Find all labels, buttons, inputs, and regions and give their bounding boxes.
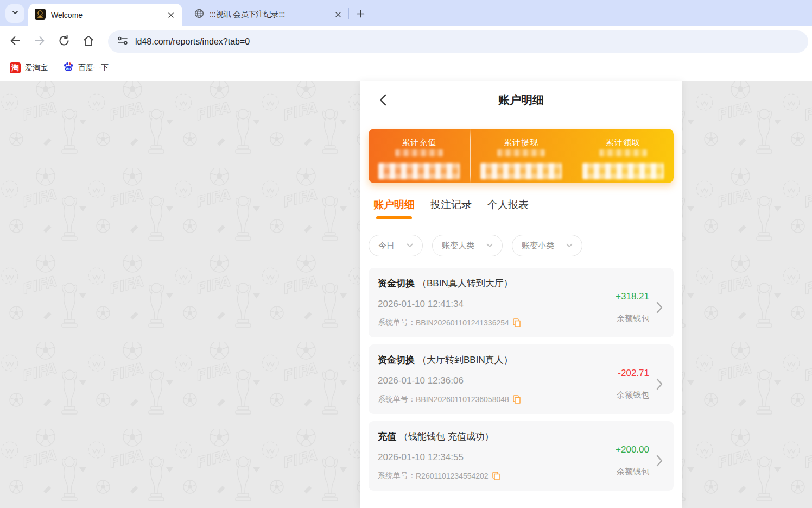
bookmarks-bar: 淘 爱淘宝 du 百度一下 bbox=[0, 54, 812, 81]
divider bbox=[360, 260, 682, 260]
bookmark-label: 百度一下 bbox=[78, 63, 109, 73]
wallet-type: 余额钱包 bbox=[617, 467, 649, 477]
masked-value-blur bbox=[378, 163, 460, 179]
chevron-down-icon bbox=[566, 243, 573, 248]
filter-label: 今日 bbox=[378, 241, 395, 251]
summary-label: 累计领取 bbox=[606, 137, 640, 148]
filter-label: 账变小类 bbox=[522, 241, 554, 251]
taobao-icon: 淘 bbox=[10, 62, 21, 73]
chevron-right-icon bbox=[656, 378, 663, 390]
tab-personal-report[interactable]: 个人报表 bbox=[487, 198, 529, 219]
panel-header: 账户明细 bbox=[360, 81, 682, 118]
summary-label: 累计充值 bbox=[402, 137, 436, 148]
transaction-row[interactable]: 资金切换 （大厅转到BBIN真人） 2026-01-10 12:36:06 系统… bbox=[369, 344, 674, 414]
summary-total-claimed: 累计领取 bbox=[572, 129, 674, 183]
summary-total-deposit: 累计充值 bbox=[369, 129, 470, 183]
date-filter-dropdown[interactable]: 今日 bbox=[369, 235, 423, 256]
masked-value-blur bbox=[582, 163, 664, 179]
filter-label: 账变大类 bbox=[442, 241, 474, 251]
svg-text:du: du bbox=[66, 66, 71, 70]
masked-value-blur bbox=[497, 149, 545, 156]
close-tab-icon[interactable] bbox=[166, 10, 176, 20]
browser-tab-records[interactable]: :::视讯 会员下注纪录::: bbox=[191, 7, 346, 23]
transaction-row[interactable]: 充值 （钱能钱包 充值成功） 2026-01-10 12:34:55 系统单号：… bbox=[369, 421, 674, 491]
minor-category-dropdown[interactable]: 账变小类 bbox=[512, 235, 582, 256]
chevron-down-icon bbox=[407, 243, 413, 248]
bookmark-baidu[interactable]: du 百度一下 bbox=[63, 61, 109, 74]
transaction-type: 资金切换 bbox=[378, 277, 415, 290]
order-number: BBIN202601101241336254 bbox=[416, 318, 509, 327]
tab-label: 账户明细 bbox=[373, 199, 415, 210]
bookmark-label: 爱淘宝 bbox=[25, 63, 48, 73]
report-tabs: 账户明细 投注记录 个人报表 bbox=[373, 198, 544, 219]
amount: -202.71 bbox=[618, 368, 649, 379]
order-number: BBIN202601101236058048 bbox=[416, 395, 509, 404]
home-button[interactable] bbox=[81, 34, 96, 48]
amount: +318.21 bbox=[616, 291, 649, 302]
new-tab-button[interactable] bbox=[353, 6, 368, 21]
close-tab-icon[interactable] bbox=[333, 10, 343, 20]
order-label: 系统单号： bbox=[378, 318, 416, 328]
forward-nav-button[interactable] bbox=[33, 34, 47, 48]
chevron-right-icon bbox=[656, 455, 663, 467]
baidu-paw-icon: du bbox=[63, 61, 74, 74]
summary-card: 累计充值 累计提现 累计领取 bbox=[369, 129, 674, 183]
transaction-note: （BBIN真人转到大厅） bbox=[417, 277, 513, 290]
chevron-down-icon bbox=[11, 9, 19, 18]
chevron-right-icon bbox=[656, 302, 663, 313]
url-text[interactable]: ld48.com/reports/index?tab=0 bbox=[135, 37, 250, 47]
amount: +200.00 bbox=[616, 444, 649, 455]
tab-account-detail[interactable]: 账户明细 bbox=[373, 198, 415, 219]
wallet-type: 余额钱包 bbox=[617, 390, 649, 400]
transaction-time: 2026-01-10 12:34:55 bbox=[378, 452, 616, 463]
account-detail-panel: 账户明细 累计充值 累计提现 累计领取 账户明细 bbox=[360, 81, 682, 508]
masked-value-blur bbox=[395, 149, 443, 156]
web-page: FIFA bbox=[0, 81, 812, 508]
masked-value-blur bbox=[599, 149, 647, 156]
back-nav-button[interactable] bbox=[8, 34, 22, 48]
tab-label: 投注记录 bbox=[430, 199, 472, 210]
active-tab-underline bbox=[376, 216, 412, 219]
transaction-time: 2026-01-10 12:41:34 bbox=[378, 299, 616, 310]
transaction-note: （大厅转到BBIN真人） bbox=[417, 354, 513, 366]
tab-bet-records[interactable]: 投注记录 bbox=[430, 198, 472, 219]
transaction-list: 资金切换 （BBIN真人转到大厅） 2026-01-10 12:41:34 系统… bbox=[369, 268, 674, 491]
address-bar[interactable]: ld48.com/reports/index?tab=0 bbox=[108, 30, 808, 53]
welcome-favicon bbox=[35, 9, 46, 22]
copy-icon[interactable] bbox=[513, 318, 521, 327]
masked-value-blur bbox=[480, 163, 562, 179]
copy-icon[interactable] bbox=[513, 395, 521, 404]
wallet-type: 余额钱包 bbox=[617, 313, 649, 324]
browser-toolbar: ld48.com/reports/index?tab=0 bbox=[0, 26, 812, 54]
chevron-down-icon bbox=[486, 243, 493, 248]
tab-title: Welcome bbox=[51, 11, 166, 20]
tab-separator bbox=[348, 8, 349, 19]
reload-button[interactable] bbox=[57, 34, 71, 48]
globe-icon bbox=[194, 9, 204, 21]
order-label: 系统单号： bbox=[378, 394, 416, 404]
site-settings-icon[interactable] bbox=[117, 35, 129, 49]
bookmark-taobao[interactable]: 淘 爱淘宝 bbox=[10, 62, 48, 73]
tab-label: 个人报表 bbox=[487, 199, 529, 210]
transaction-time: 2026-01-10 12:36:06 bbox=[378, 375, 617, 386]
order-label: 系统单号： bbox=[378, 471, 416, 481]
major-category-dropdown[interactable]: 账变大类 bbox=[432, 235, 503, 256]
transaction-type: 充值 bbox=[378, 430, 396, 443]
filter-row: 今日 账变大类 账变小类 bbox=[369, 235, 592, 256]
order-number: R2601101234554202 bbox=[416, 472, 489, 480]
transaction-type: 资金切换 bbox=[378, 354, 415, 366]
browser-tab-welcome[interactable]: Welcome bbox=[28, 4, 182, 26]
summary-total-withdraw: 累计提现 bbox=[470, 129, 572, 183]
transaction-row[interactable]: 资金切换 （BBIN真人转到大厅） 2026-01-10 12:41:34 系统… bbox=[369, 268, 674, 337]
summary-label: 累计提现 bbox=[504, 137, 538, 148]
tab-title: :::视讯 会员下注纪录::: bbox=[210, 10, 333, 20]
copy-icon[interactable] bbox=[492, 472, 500, 480]
browser-tab-strip: Welcome :::视讯 会员下注纪录::: bbox=[0, 0, 812, 26]
tab-search-button[interactable] bbox=[5, 4, 24, 23]
page-title: 账户明细 bbox=[360, 92, 682, 108]
transaction-note: （钱能钱包 充值成功） bbox=[399, 430, 494, 443]
